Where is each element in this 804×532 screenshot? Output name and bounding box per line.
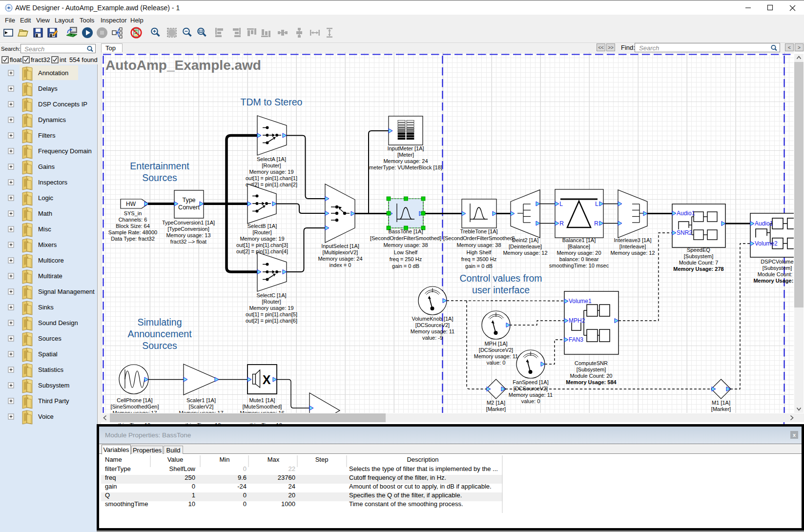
svg-text:value: -9: value: -9 bbox=[422, 335, 443, 341]
svg-text:Memory usage: 11: Memory usage: 11 bbox=[509, 392, 553, 398]
svg-text:[MultiplexorV2]: [MultiplexorV2] bbox=[323, 249, 358, 255]
svg-text:9.6: 9.6 bbox=[238, 474, 247, 481]
svg-text:Sources: Sources bbox=[38, 335, 62, 342]
svg-text:value: 0: value: 0 bbox=[521, 398, 540, 404]
svg-text:Memory Usage: 58: Memory Usage: 58 bbox=[753, 278, 794, 284]
svg-text:Audio1: Audio1 bbox=[677, 210, 695, 217]
svg-text:[Router]: [Router] bbox=[262, 163, 281, 168]
svg-text:Channels: 6: Channels: 6 bbox=[119, 217, 147, 223]
svg-text:fract32: fract32 bbox=[31, 56, 50, 63]
svg-text:Volume1: Volume1 bbox=[569, 298, 592, 305]
svg-text:1: 1 bbox=[192, 491, 195, 499]
svg-text:SelectA [1A]: SelectA [1A] bbox=[257, 156, 286, 162]
svg-text:Gains: Gains bbox=[38, 163, 55, 170]
svg-text:FAN3: FAN3 bbox=[569, 336, 583, 343]
svg-text:L: L bbox=[559, 201, 563, 207]
svg-text:value: 0: value: 0 bbox=[487, 360, 506, 366]
svg-text:gain = 0 dB: gain = 0 dB bbox=[392, 263, 419, 269]
svg-text:[Router]: [Router] bbox=[252, 229, 271, 235]
svg-text:fract32 --> float: fract32 --> float bbox=[170, 239, 206, 245]
svg-text:Mute1 [1A]: Mute1 [1A] bbox=[249, 397, 275, 403]
svg-text:Multirate: Multirate bbox=[38, 272, 62, 280]
svg-text:High Shelf: High Shelf bbox=[467, 249, 492, 255]
svg-text:[SecondOrderFilterSmoothed]: [SecondOrderFilterSmoothed] bbox=[370, 235, 441, 241]
svg-text:user interface: user interface bbox=[472, 285, 530, 295]
svg-text:AutoAmp_Example.awd: AutoAmp_Example.awd bbox=[105, 58, 261, 73]
svg-text:ComputeSNR: ComputeSNR bbox=[575, 360, 608, 366]
svg-text:R: R bbox=[559, 220, 564, 227]
svg-text:0: 0 bbox=[243, 465, 247, 472]
svg-text:0: 0 bbox=[243, 500, 247, 508]
svg-text:Memory Usage: 584: Memory Usage: 584 bbox=[566, 379, 617, 385]
svg-text:[Marker]: [Marker] bbox=[486, 406, 506, 412]
svg-text:MPH [1A]: MPH [1A] bbox=[484, 341, 507, 347]
svg-text:Type: Type bbox=[182, 197, 195, 204]
svg-text:[Subsystem]: [Subsystem] bbox=[577, 367, 606, 372]
svg-text:Delays: Delays bbox=[38, 85, 58, 92]
svg-text:TDM to Stereo: TDM to Stereo bbox=[241, 97, 303, 107]
svg-text:-24: -24 bbox=[237, 483, 247, 490]
svg-text:MPH2: MPH2 bbox=[569, 317, 585, 324]
svg-text:InputMeter [1A]: InputMeter [1A] bbox=[387, 145, 424, 151]
svg-text:Memory usage: 11: Memory usage: 11 bbox=[474, 353, 518, 359]
svg-text:23760: 23760 bbox=[278, 474, 295, 481]
svg-text:Min: Min bbox=[220, 456, 230, 463]
svg-text:SpeedEQ: SpeedEQ bbox=[687, 247, 710, 253]
svg-text:balance: 0 linear: balance: 0 linear bbox=[559, 256, 599, 262]
svg-text:[Router]: [Router] bbox=[262, 299, 281, 305]
svg-text:Low Shelf: Low Shelf bbox=[394, 249, 418, 255]
svg-text:out[2] = pin[1].chan[4]: out[2] = pin[1].chan[4] bbox=[236, 248, 288, 254]
svg-text:Signal Management: Signal Management bbox=[38, 288, 95, 295]
svg-text:[Subsystem]: [Subsystem] bbox=[684, 253, 714, 259]
svg-text:[Interleave]: [Interleave] bbox=[619, 244, 646, 249]
svg-text:[SecondOrderFilterSmoothed]: [SecondOrderFilterSmoothed] bbox=[443, 235, 515, 241]
svg-text:Deint2 [1A]: Deint2 [1A] bbox=[512, 237, 538, 243]
svg-text:TypeConversion1 [1A]: TypeConversion1 [1A] bbox=[162, 220, 215, 225]
svg-text:smoothingTime: smoothingTime bbox=[105, 500, 148, 508]
svg-text:Inspectors: Inspectors bbox=[38, 179, 67, 186]
svg-text:[Deinterleave]: [Deinterleave] bbox=[509, 244, 542, 249]
svg-text:[ScalerV2]: [ScalerV2] bbox=[189, 404, 214, 409]
svg-text:Sources: Sources bbox=[142, 340, 177, 351]
svg-text:Sample Rate: 48000: Sample Rate: 48000 bbox=[108, 229, 157, 235]
svg-text:Module Count: 7: Module Count: 7 bbox=[679, 260, 719, 266]
svg-text:Volume2: Volume2 bbox=[755, 240, 778, 247]
svg-text:Simulating: Simulating bbox=[137, 317, 182, 327]
svg-text:Multicore: Multicore bbox=[38, 257, 64, 264]
svg-text:Time constant of the smoothing: Time constant of the smoothing process. bbox=[349, 500, 463, 508]
svg-text:Block Size: 64: Block Size: 64 bbox=[116, 223, 150, 229]
svg-text:Memory Usage: 278: Memory Usage: 278 bbox=[673, 266, 723, 272]
svg-text:[TypeConversion]: [TypeConversion] bbox=[167, 226, 209, 232]
svg-text:0: 0 bbox=[243, 491, 247, 499]
svg-text:Statistics: Statistics bbox=[38, 366, 64, 373]
svg-text:Max: Max bbox=[268, 456, 280, 463]
svg-text:Frequency Domain: Frequency Domain bbox=[38, 147, 92, 155]
svg-text:meterType: VUMeterBlock [18]: meterType: VUMeterBlock [18] bbox=[369, 164, 442, 170]
svg-text:Module Count: 20: Module Count: 20 bbox=[570, 373, 613, 379]
svg-text:Interleave3 [1A]: Interleave3 [1A] bbox=[614, 237, 651, 243]
svg-text:SelectC [1A]: SelectC [1A] bbox=[256, 292, 286, 298]
svg-text:SNR2: SNR2 bbox=[677, 229, 692, 236]
svg-text:Memory usage: 17: Memory usage: 17 bbox=[112, 410, 157, 413]
svg-text:Control values from: Control values from bbox=[459, 273, 542, 284]
svg-text:out[1] = pin[1].chan[1]: out[1] = pin[1].chan[1] bbox=[246, 175, 297, 181]
svg-text:M1 [1A]: M1 [1A] bbox=[712, 400, 730, 406]
svg-text:X: X bbox=[263, 373, 271, 387]
svg-text:Balance1 [1A]: Balance1 [1A] bbox=[562, 237, 596, 243]
svg-text:Logic: Logic bbox=[38, 194, 54, 202]
svg-text:Dynamics: Dynamics bbox=[38, 116, 66, 123]
svg-text:TrebleTone [1A]: TrebleTone [1A] bbox=[460, 228, 497, 234]
svg-text:[Meter]: [Meter] bbox=[397, 152, 414, 158]
svg-text:ShelfLow: ShelfLow bbox=[169, 465, 196, 472]
svg-text:L: L bbox=[595, 201, 598, 207]
svg-text:filterType: filterType bbox=[105, 465, 131, 472]
svg-text:Convert: Convert bbox=[178, 204, 200, 211]
svg-text:out[2] = pin[1].chan[6]: out[2] = pin[1].chan[6] bbox=[246, 318, 297, 324]
svg-text:HW: HW bbox=[126, 201, 136, 207]
svg-text:InputSelect [1A]: InputSelect [1A] bbox=[321, 243, 359, 249]
svg-text:Description: Description bbox=[407, 456, 438, 463]
svg-text:[DCSourceV2]: [DCSourceV2] bbox=[514, 386, 548, 391]
svg-text:out[1] = pin[1].chan[5]: out[1] = pin[1].chan[5] bbox=[246, 311, 297, 317]
svg-text:Sound Design: Sound Design bbox=[38, 319, 78, 327]
svg-text:10: 10 bbox=[188, 500, 195, 508]
